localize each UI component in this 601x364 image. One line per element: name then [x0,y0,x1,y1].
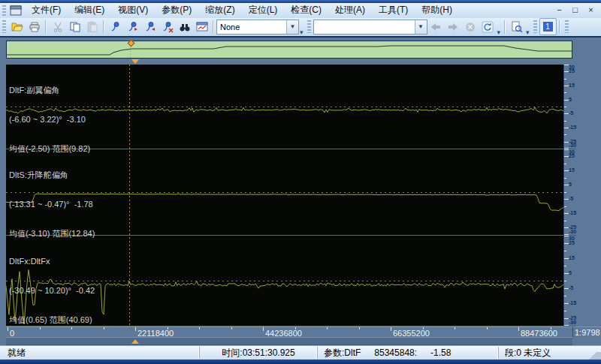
navigation-combobox[interactable]: ▼ [313,20,427,35]
printer-icon [29,21,41,33]
window-bottom-border [0,359,601,364]
toolbar-separator [504,20,506,34]
page-1-button[interactable]: 1 [539,18,557,35]
cursor-marker-up-icon[interactable] [131,339,139,344]
panel-stats: 均值(0.65) 范围(40.69) [9,315,95,325]
chart-settings-button[interactable] [193,18,210,35]
chart-window-icon [196,21,208,33]
chart-panel-dltf[interactable]: DltF:副翼偏角 (-6.60 ~ 3.22)° -3.10 均值(-2.50… [6,65,563,149]
paste-button [83,18,101,35]
menu-edit[interactable]: 编辑(E) [68,2,111,18]
chart-panel-dlts[interactable]: DltS:升降舵偏角 (-13.31 ~ -0.47)° -1.78 均值(-3… [6,149,563,236]
y-axis-ruler: 3025155-5-15-25-303025155-5-15-25-303025… [563,65,576,326]
marker-pin-delete-icon [162,21,174,33]
find-button[interactable] [176,18,193,35]
scale-ratio-label: 1:9798 [572,326,601,337]
marker-add-button[interactable] [107,18,124,35]
app-icon[interactable] [10,5,22,16]
binoculars-icon [179,21,191,33]
stop-icon [464,21,476,33]
plot-area[interactable]: DltF:副翼偏角 (-6.60 ~ 3.22)° -3.10 均值(-2.50… [6,65,563,326]
status-segment: 段:0 未定义 [498,347,589,359]
chevron-down-icon[interactable]: ▼ [286,20,298,34]
copy-button[interactable] [66,18,83,35]
menu-zoom[interactable]: 缩放(Z) [198,2,241,18]
cut-button [49,18,66,35]
magnifier-document-icon [511,21,523,33]
status-parameter: 参数:DltF 85345848: -1.58 [317,347,498,359]
marker-pin-next-icon [127,21,139,33]
status-param-value: -1.58 [430,347,451,358]
toolbar-overflow-icon[interactable]: ▾ [497,29,503,36]
toolbar-grip[interactable] [533,20,537,33]
marker-delete-button[interactable] [159,18,176,35]
marker-pin-prev-icon [144,21,156,33]
open-folder-icon [11,21,23,33]
menu-inspect[interactable]: 检查(C) [284,2,328,18]
overview-strip[interactable] [6,41,572,59]
panel-range: (-6.60 ~ 3.22)° -3.10 [9,115,90,125]
overview-profile-line [7,41,572,58]
menu-process[interactable]: 处理(A) [328,2,372,18]
menu-bar: 文件(F) 编辑(E) 视图(V) 参数(P) 缩放(Z) 定位(L) 检查(C… [0,3,601,18]
menu-locate[interactable]: 定位(L) [242,2,285,18]
page-1-label: 1 [543,22,553,32]
menu-help[interactable]: 帮助(H) [415,2,459,18]
back-button [427,18,445,35]
scissors-icon [52,21,64,33]
toolbar-separator [103,20,104,34]
zoom-preview-button[interactable] [508,18,525,35]
status-bar: 就绪 时间:03:51:30.925 参数:DltF 85345848: -1.… [0,345,601,360]
toolbar: None ▼ ▾ ▼ ▾ ▾ 1 [0,18,601,38]
resize-grip[interactable] [589,347,601,359]
status-time: 时间:03:51:30.925 [199,347,317,359]
menubar-grip[interactable] [2,5,6,16]
cursor-marker-down-icon[interactable] [131,59,139,64]
menu-parameter[interactable]: 参数(P) [155,2,198,18]
panel-title: DltFx:DltFx [9,257,95,266]
minimize-button[interactable]: − [552,4,566,17]
close-button[interactable]: × [584,4,598,17]
print-button[interactable] [26,18,43,35]
toolbar-overflow-icon[interactable]: ▾ [299,29,305,36]
status-param-name: 参数:DltF [324,347,361,359]
chart-panel-dltfx[interactable]: DltFx:DltFx (-30.49 ~ 10.20)° -0.42 均值(0… [6,236,563,326]
toolbar-overflow-icon[interactable]: ▾ [525,29,531,36]
forward-button [445,18,462,35]
toolbar-separator [559,20,560,34]
forward-arrow-icon [447,21,459,33]
time-cursor-line [129,65,130,326]
toolbar-grip[interactable] [2,20,6,33]
back-arrow-icon [430,21,442,33]
panel-range: (-30.49 ~ 10.20)° -0.42 [9,286,95,296]
clipboard-icon [86,21,98,33]
application-window: 文件(F) 编辑(E) 视图(V) 参数(P) 缩放(Z) 定位(L) 检查(C… [0,0,601,364]
toolbar-grip[interactable] [307,20,311,33]
toolbar-separator [213,20,214,34]
refresh-button[interactable] [479,18,497,35]
panel-title: DltF:副翼偏角 [9,86,90,95]
cursor-track-top[interactable] [6,59,572,65]
refresh-icon [482,21,494,33]
marker-pin-icon [110,21,122,33]
stop-button [462,18,479,35]
marker-combobox[interactable]: None ▼ [216,20,299,35]
toolbar-grip[interactable] [565,20,569,33]
open-button[interactable] [8,18,26,35]
status-param-address: 85345848: [374,347,417,358]
chevron-down-icon[interactable]: ▼ [415,20,427,34]
toolbar-separator [45,20,47,34]
marker-prev-button[interactable] [141,18,159,35]
menu-view[interactable]: 视图(V) [111,2,155,18]
copy-icon [69,21,81,33]
panel-title: DltS:升降舵偏角 [9,170,95,180]
menu-tools[interactable]: 工具(T) [372,2,415,18]
client-area: DltF:副翼偏角 (-6.60 ~ 3.22)° -3.10 均值(-2.50… [0,38,601,345]
menu-file[interactable]: 文件(F) [25,2,68,18]
window-controls: − □ × [552,4,601,17]
status-ready: 就绪 [0,347,199,359]
panel-range: (-13.31 ~ -0.47)° -1.78 [9,200,95,209]
restore-button[interactable]: □ [568,4,582,17]
marker-next-button[interactable] [124,18,141,35]
marker-combobox-value: None [217,23,286,32]
